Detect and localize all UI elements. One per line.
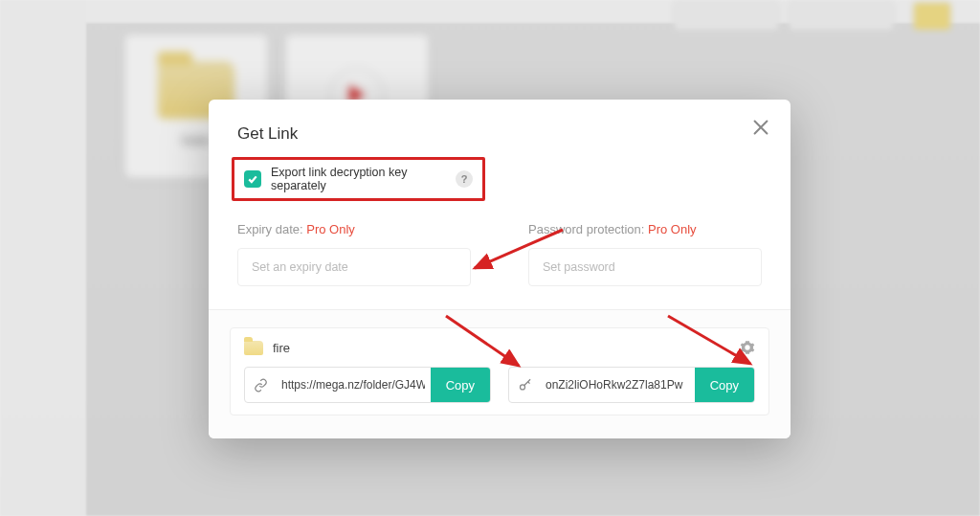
copy-key-button[interactable]: Copy (695, 368, 754, 402)
expiry-pro-badge: Pro Only (306, 222, 355, 236)
gear-icon[interactable] (740, 340, 755, 355)
expiry-input-disabled: Set an expiry date (237, 248, 471, 286)
close-icon[interactable] (750, 117, 771, 138)
export-key-option-highlight: Export link decryption key separately ? (232, 157, 485, 201)
key-field-group: Copy (508, 367, 755, 403)
password-label: Password protection: (528, 222, 648, 236)
svg-point-0 (520, 384, 524, 389)
item-name: fire (273, 341, 290, 355)
link-item-card: fire Copy (230, 327, 769, 415)
export-key-checkbox[interactable] (244, 170, 261, 188)
password-section: Password protection: Pro Only Set passwo… (528, 222, 762, 286)
get-link-dialog: Get Link Export link decryption key sepa… (209, 100, 791, 438)
folder-icon (244, 341, 263, 355)
dialog-title: Get Link (237, 124, 762, 144)
link-icon (245, 368, 276, 402)
password-pro-badge: Pro Only (648, 222, 697, 236)
copy-link-button[interactable]: Copy (431, 368, 490, 402)
password-input-disabled: Set password (528, 248, 762, 286)
key-icon (509, 368, 540, 402)
export-key-label: Export link decryption key separately (271, 166, 446, 192)
link-field-group: Copy (244, 367, 491, 403)
expiry-section: Expiry date: Pro Only Set an expiry date (237, 222, 471, 286)
key-input[interactable] (540, 368, 695, 402)
link-input[interactable] (276, 368, 431, 402)
expiry-label: Expiry date: (237, 222, 306, 236)
help-icon[interactable]: ? (456, 170, 473, 188)
